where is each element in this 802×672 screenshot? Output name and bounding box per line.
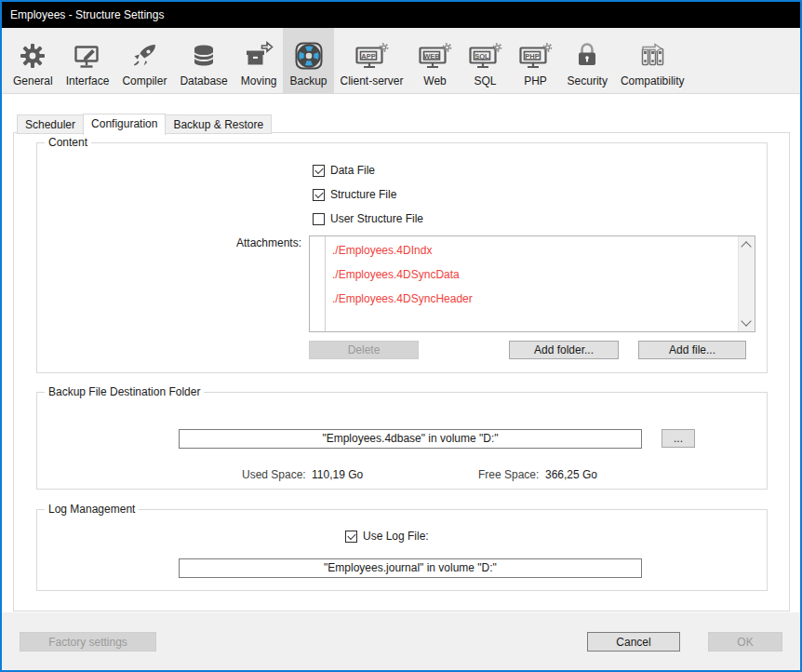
free-space-value: 366,25 Go [545,468,597,481]
data-file-checkbox[interactable] [313,165,325,177]
svg-text:SQL: SQL [475,51,489,60]
toolbar-item-label: SQL [475,74,497,87]
toolbar-item-compatibility[interactable]: Compatibility [614,28,691,93]
cancel-button[interactable]: Cancel [587,632,680,652]
rocket-icon [128,38,160,73]
gear-icon [17,38,48,73]
disk-space-stats: Used Space: 110,19 Go Free Space: 366,25… [37,468,767,482]
toolbar-item-label: Interface [66,74,110,87]
log-group-title: Log Management [45,503,139,516]
attachment-item[interactable]: ./Employees.4DSyncHeader [326,287,739,311]
log-path-field[interactable]: "Employees.journal" in volume "D:" [179,558,642,578]
toolbar-item-general[interactable]: General [7,28,60,93]
toolbar-item-security[interactable]: Security [561,28,614,93]
delete-button[interactable]: Delete [309,341,419,359]
attachments-scrollbar[interactable] [738,236,755,331]
toolbar-item-label: Backup [289,74,327,87]
binders-arrow-icon [636,38,668,73]
log-group: Log Management Use Log File: "Employees.… [36,509,768,591]
svg-text:PHP: PHP [525,51,539,60]
user-structure-file-row: User Structure File [313,211,423,226]
attachment-item[interactable]: ./Employees.4DIndx [326,238,739,262]
content-group-title: Content [45,136,91,149]
monitor-app-icon: APP [354,38,391,73]
monitor-web-icon: WEB [417,38,454,73]
toolbar-item-php[interactable]: PHP PHP [511,28,561,93]
toolbar-item-label: Client-server [341,74,404,87]
tab-scheduler[interactable]: Scheduler [17,114,84,134]
attachments-list-gutter [310,236,326,331]
attachments-list[interactable]: ./Employees.4DIndx ./Employees.4DSyncDat… [309,235,755,332]
toolbar-item-compiler[interactable]: Compiler [115,28,173,93]
ok-button[interactable]: OK [708,632,782,652]
structure-file-row: Structure File [313,187,396,202]
used-space-label: Used Space: [242,468,306,481]
toolbar-item-label: PHP [524,74,547,87]
toolbar-item-label: Moving [241,74,277,87]
toolbar-item-moving[interactable]: Moving [234,28,284,93]
use-log-file-label: Use Log File: [363,530,429,543]
content-group: Content Data File Structure File User St… [36,142,768,373]
tab-configuration[interactable]: Configuration [83,114,166,135]
factory-settings-button[interactable]: Factory settings [20,632,156,652]
use-log-file-checkbox[interactable] [345,531,357,543]
data-file-label: Data File [330,164,375,177]
add-folder-button[interactable]: Add folder... [509,341,619,359]
data-file-row: Data File [313,163,375,178]
use-log-file-row: Use Log File: [345,529,429,544]
user-structure-file-label: User Structure File [330,212,423,225]
configuration-tab-panel: Content Data File Structure File User St… [13,132,790,612]
toolbar-item-web[interactable]: WEB Web [410,28,461,93]
monitor-pencil-icon [72,38,103,73]
toolbar-item-interface[interactable]: Interface [60,28,116,93]
free-space-label: Free Space: [478,468,539,481]
svg-text:APP: APP [361,51,375,60]
used-space-value: 110,19 Go [312,468,363,481]
toolbar-item-label: Database [180,74,227,87]
title-bar[interactable]: Employees - Structure Settings [2,2,800,28]
structure-file-label: Structure File [330,188,396,201]
monitor-sql-icon: SQL [467,38,504,73]
toolbar-item-sql[interactable]: SQL SQL [461,28,511,93]
structure-settings-dialog: Employees - Structure Settings [0,0,802,672]
toolbar-item-label: Compatibility [621,74,685,87]
scroll-up-icon[interactable] [741,241,751,251]
toolbar-item-label: Web [423,74,446,87]
svg-text:WEB: WEB [423,51,440,60]
destination-group: Backup File Destination Folder "Employee… [36,392,768,490]
toolbar-item-label: General [13,74,53,87]
settings-tabs: Scheduler Configuration Backup & Restore [17,114,272,134]
browse-button[interactable]: ... [662,429,695,448]
window-title: Employees - Structure Settings [10,8,164,21]
dialog-footer: Factory settings Cancel OK [2,612,800,670]
add-file-button[interactable]: Add file... [638,341,746,359]
monitor-php-icon: PHP [517,38,555,73]
destination-group-title: Backup File Destination Folder [45,385,204,398]
toolbar-item-database[interactable]: Database [173,28,234,93]
toolbar-item-label: Security [568,74,608,87]
attachments-list-items: ./Employees.4DIndx ./Employees.4DSyncDat… [326,238,739,331]
life-ring-icon [293,38,325,73]
destination-path-field[interactable]: "Employees.4dbase" in volume "D:" [179,429,642,449]
structure-file-checkbox[interactable] [313,189,325,201]
toolbar-item-backup[interactable]: Backup [283,28,333,93]
attachments-label: Attachments: [236,236,301,249]
scroll-down-icon[interactable] [741,316,751,326]
lock-icon [571,38,603,73]
tab-backup-restore[interactable]: Backup & Restore [165,114,272,134]
settings-toolbar: General Interface [2,28,800,94]
database-icon [188,38,220,73]
toolbar-item-client-server[interactable]: APP Client-server [334,28,410,93]
user-structure-file-checkbox[interactable] [313,213,325,225]
attachment-item[interactable]: ./Employees.4DSyncData [326,262,739,287]
toolbar-item-label: Compiler [122,74,167,87]
box-arrow-icon [243,38,274,73]
